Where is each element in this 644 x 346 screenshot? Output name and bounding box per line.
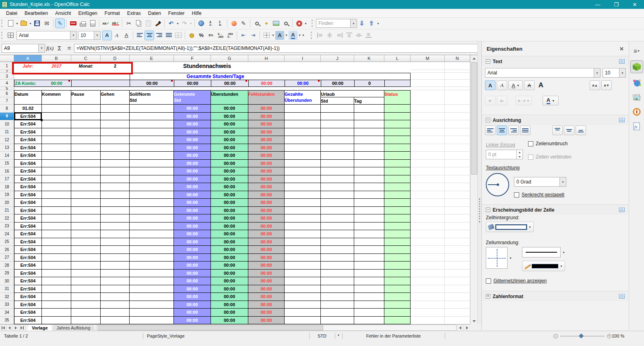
new-document-dropdown[interactable]: ▼ — [15, 19, 19, 28]
empty-cell[interactable] — [101, 246, 130, 254]
fehlstunden-cell[interactable]: 00:00 — [248, 160, 285, 168]
empty-cell[interactable] — [321, 113, 354, 121]
sidebar-font-color-icon[interactable]: A▼ — [543, 96, 559, 105]
undo-dropdown[interactable]: ▼ — [176, 19, 180, 28]
hyperlink-icon[interactable] — [197, 19, 206, 28]
ueberstunden-cell[interactable]: 00:00 — [211, 199, 248, 207]
empty-cell[interactable] — [71, 214, 101, 222]
row-header-18[interactable]: 18 — [0, 183, 14, 191]
ueberstunden-cell[interactable]: 00:00 — [211, 246, 248, 254]
sidebar-tab-navigator[interactable] — [631, 106, 643, 118]
empty-cell[interactable] — [445, 87, 470, 90]
section-cell-appearance[interactable]: − Erscheinungsbild der Zelle — [482, 204, 629, 215]
shrink-font-icon[interactable]: A▼ — [601, 80, 612, 90]
empty-cell[interactable] — [71, 183, 101, 191]
header-fehlstunden[interactable]: Fehlstunden — [248, 90, 285, 105]
row-header-28[interactable]: 28 — [0, 262, 14, 270]
empty-cell[interactable] — [130, 191, 174, 199]
row-header-13[interactable]: 13 — [0, 144, 14, 152]
sheet-tab-jahres-auflistung[interactable]: Jahres Auflistung — [52, 325, 95, 331]
empty-cell[interactable] — [354, 175, 384, 183]
align-top-icon[interactable] — [552, 126, 563, 135]
datum-cell[interactable]: Err:504 — [14, 238, 42, 246]
equals-icon[interactable]: = — [64, 45, 74, 51]
empty-cell[interactable] — [101, 222, 130, 231]
status-cell[interactable] — [384, 301, 411, 309]
row-header-27[interactable]: 27 — [0, 254, 14, 262]
ueberstunden-cell[interactable]: 00:00 — [211, 160, 248, 168]
border-preset-picker[interactable] — [486, 247, 508, 269]
status-cell[interactable] — [384, 160, 411, 168]
empty-cell[interactable] — [445, 73, 470, 80]
column-header-E[interactable]: E — [130, 55, 174, 62]
empty-cell[interactable] — [101, 207, 130, 215]
empty-cell[interactable] — [354, 238, 384, 246]
empty-cell[interactable] — [71, 238, 101, 246]
empty-cell[interactable] — [130, 293, 174, 301]
column-header-L[interactable]: L — [384, 55, 411, 62]
row-header-14[interactable]: 14 — [0, 152, 14, 160]
empty-cell[interactable] — [101, 277, 130, 285]
empty-cell[interactable] — [101, 317, 130, 325]
empty-cell[interactable] — [445, 214, 470, 222]
header-datum[interactable]: Datum — [14, 90, 42, 105]
empty-cell[interactable] — [321, 120, 354, 128]
empty-cell[interactable] — [130, 183, 174, 191]
geleistete-cell[interactable]: 00:00 — [174, 136, 211, 144]
empty-cell[interactable] — [411, 238, 445, 246]
empty-cell[interactable] — [42, 246, 71, 254]
fehlstunden-cell[interactable]: 00:00 — [248, 128, 285, 136]
empty-cell[interactable] — [71, 222, 101, 231]
toolbar-grip-2[interactable] — [1, 32, 4, 39]
row-header-9[interactable]: 9 — [0, 113, 14, 121]
empty-cell[interactable] — [130, 222, 174, 231]
sidebar-italic-icon[interactable]: A — [497, 80, 507, 90]
background-color-icon[interactable]: A — [275, 31, 284, 40]
auto-spellcheck-icon[interactable]: AB✓ — [111, 19, 120, 28]
datum-cell[interactable]: Err:504 — [14, 317, 42, 325]
empty-cell[interactable] — [411, 128, 445, 136]
row-header-25[interactable]: 25 — [0, 238, 14, 246]
empty-cell[interactable] — [445, 90, 470, 105]
page-style-indicator[interactable]: PageStyle_Vorlage — [147, 331, 185, 341]
empty-cell[interactable] — [285, 214, 321, 222]
empty-cell[interactable] — [285, 167, 321, 175]
empty-cell[interactable] — [42, 309, 71, 317]
header-gezahlte[interactable]: GezahlteÜberstunden — [285, 90, 321, 105]
rotation-dial[interactable] — [486, 173, 509, 196]
find-dropdown[interactable]: ▼ — [350, 19, 357, 27]
borders-dropdown[interactable]: ▼ — [271, 31, 275, 40]
datum-cell[interactable]: Err:504 — [14, 262, 42, 270]
sidebar-font-size-dropdown[interactable]: ▼ — [619, 68, 625, 77]
empty-cell[interactable] — [321, 207, 354, 215]
empty-cell[interactable] — [130, 160, 174, 168]
align-toolbar-grip[interactable] — [311, 32, 314, 39]
empty-cell[interactable] — [130, 207, 174, 215]
sidebar-align-right-icon[interactable] — [508, 126, 519, 135]
datum-cell[interactable]: Err:504 — [14, 120, 42, 128]
zoom-slider-thumb[interactable] — [579, 334, 583, 338]
ueberstunden-cell[interactable]: 00:00 — [211, 317, 248, 325]
geleistete-cell[interactable]: 00:00 — [174, 238, 211, 246]
row-header-33[interactable]: 33 — [0, 301, 14, 309]
spreadsheet-area[interactable]: ABCDEFGHIJKLMN Jahr: 2017 Monat: 2 Stund… — [0, 55, 470, 324]
sidebar-align-left-icon[interactable] — [485, 126, 495, 135]
row-header-34[interactable]: 34 — [0, 309, 14, 317]
ueberstunden-cell[interactable]: 00:00 — [211, 309, 248, 317]
column-header-F[interactable]: F — [174, 55, 211, 62]
empty-cell[interactable] — [411, 160, 445, 168]
geleistete-cell[interactable]: 00:00 — [174, 222, 211, 231]
empty-cell[interactable] — [321, 160, 354, 168]
font-color-dropdown[interactable]: ▼ — [298, 31, 301, 40]
empty-cell[interactable] — [411, 309, 445, 317]
empty-cell[interactable] — [445, 167, 470, 175]
ueberstunden-cell[interactable]: 00:00 — [211, 113, 248, 121]
status-cell[interactable] — [384, 167, 411, 175]
column-header-K[interactable]: K — [354, 55, 384, 62]
empty-cell[interactable] — [445, 230, 470, 238]
font-size-dropdown[interactable]: ▼ — [94, 31, 100, 39]
geleistete-cell[interactable]: 00:00 — [174, 207, 211, 215]
empty-cell[interactable] — [71, 270, 101, 278]
empty-cell[interactable] — [354, 285, 384, 293]
empty-cell[interactable] — [71, 136, 101, 144]
